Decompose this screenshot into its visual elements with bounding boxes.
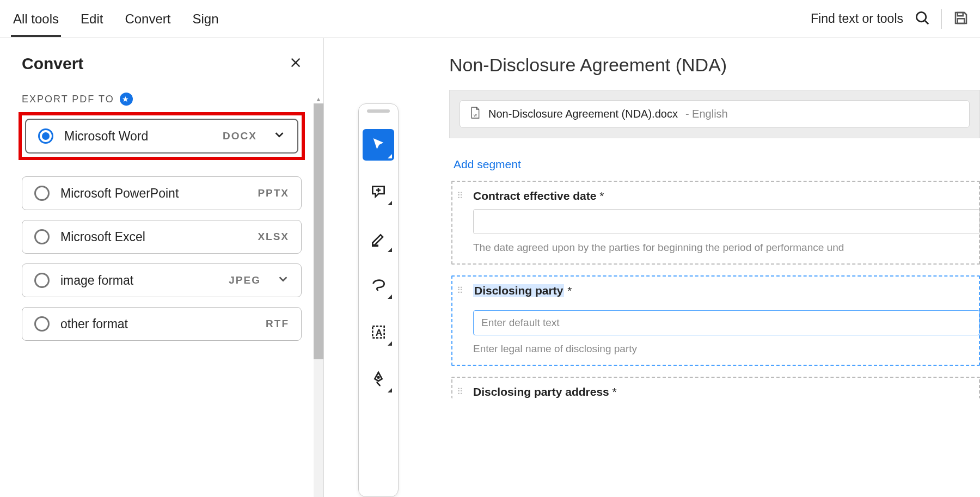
segment-input[interactable]: Enter default text: [473, 310, 980, 335]
radio-unselected-icon: [34, 273, 50, 288]
text-select-tool-button[interactable]: A: [363, 316, 394, 348]
top-toolbar-right: Find text or tools: [811, 9, 969, 29]
premium-star-icon: ★: [120, 93, 133, 106]
radio-unselected-icon: [34, 186, 50, 201]
segment-disclosing-party[interactable]: ⠿ Disclosing party * Enter default text …: [451, 275, 980, 366]
segment-label: Disclosing party: [473, 284, 564, 297]
find-text-label[interactable]: Find text or tools: [811, 11, 903, 26]
export-option-ext: JPEG: [229, 274, 261, 286]
svg-line-1: [925, 21, 928, 24]
segment-input[interactable]: [473, 209, 980, 234]
convert-panel: Convert EXPORT PDF TO ★ Microsoft Word D…: [0, 38, 324, 497]
export-option-ext: DOCX: [223, 130, 257, 142]
export-option-ext: PPTX: [258, 187, 289, 199]
save-icon[interactable]: [953, 10, 969, 28]
svg-point-0: [916, 12, 926, 22]
lasso-tool-button[interactable]: [363, 269, 394, 301]
svg-text:A: A: [376, 327, 383, 338]
radio-unselected-icon: [34, 316, 50, 332]
radio-unselected-icon: [34, 229, 50, 244]
segment-label: Disclosing party address *: [473, 385, 969, 398]
document-file-bar[interactable]: W Non-Disclosure Agreement (NDA).docx - …: [460, 100, 970, 128]
scrollbar-thumb[interactable]: [314, 103, 323, 359]
add-segment-link[interactable]: Add segment: [454, 158, 521, 171]
panel-scrollbar[interactable]: ▲: [314, 103, 323, 497]
word-file-icon: W: [470, 106, 481, 122]
main-layout: Convert EXPORT PDF TO ★ Microsoft Word D…: [0, 38, 980, 497]
convert-panel-header: Convert: [22, 54, 323, 73]
export-option-list: Microsoft Word DOCX Microsoft PowerPoint…: [22, 115, 302, 341]
vertical-tool-strip: A: [358, 103, 399, 497]
segment-contract-effective-date[interactable]: ⠿ Contract effective date * The date agr…: [451, 181, 980, 265]
toolbar-tab-convert[interactable]: Convert: [122, 3, 173, 35]
drag-grip-icon[interactable]: ⠿: [457, 191, 462, 201]
document-body: Add segment ⠿ Contract effective date * …: [449, 138, 980, 398]
comment-tool-button[interactable]: [363, 176, 394, 207]
convert-panel-title: Convert: [22, 54, 83, 73]
toolbar-divider: [941, 9, 942, 29]
cursor-tool-button[interactable]: [363, 129, 394, 161]
search-icon[interactable]: [914, 10, 930, 28]
top-toolbar-left: All tools Edit Convert Sign: [11, 3, 221, 35]
drag-grip-icon[interactable]: ⠿: [457, 285, 462, 296]
document-area: Non-Disclosure Agreement (NDA) W Non-Dis…: [433, 38, 980, 497]
svg-rect-2: [958, 13, 963, 16]
export-option-powerpoint[interactable]: Microsoft PowerPoint PPTX: [22, 176, 302, 210]
svg-point-11: [378, 377, 379, 378]
document-file-header: W Non-Disclosure Agreement (NDA).docx - …: [449, 90, 980, 138]
drag-handle-icon[interactable]: [367, 109, 390, 113]
export-option-ext: XLSX: [258, 231, 289, 243]
highlight-box: Microsoft Word DOCX: [19, 112, 305, 160]
export-option-label: Microsoft Excel: [60, 230, 247, 244]
segment-disclosing-party-address[interactable]: ⠿ Disclosing party address *: [451, 377, 980, 398]
document-title: Non-Disclosure Agreement (NDA): [449, 54, 980, 76]
export-option-other[interactable]: other format RTF: [22, 307, 302, 341]
close-icon[interactable]: [290, 57, 302, 71]
convert-panel-body: EXPORT PDF TO ★ Microsoft Word DOCX Micr…: [22, 93, 323, 341]
export-option-label: other format: [60, 317, 255, 332]
scrollbar-up-arrow-icon[interactable]: ▲: [314, 95, 323, 103]
document-filename: Non-Disclosure Agreement (NDA).docx: [488, 108, 678, 120]
radio-selected-icon: [38, 128, 53, 144]
vertical-tool-column: A: [324, 38, 433, 497]
segment-help-text: The date agreed upon by the parties for …: [473, 242, 969, 254]
document-language: - English: [685, 108, 728, 120]
toolbar-tab-sign[interactable]: Sign: [190, 3, 220, 35]
export-option-label: image format: [60, 273, 218, 288]
pen-tool-button[interactable]: [363, 363, 394, 395]
drag-grip-icon[interactable]: ⠿: [457, 386, 462, 397]
toolbar-tab-all-tools[interactable]: All tools: [11, 3, 61, 35]
export-option-excel[interactable]: Microsoft Excel XLSX: [22, 220, 302, 254]
segment-help-text: Enter legal name of disclosing party: [473, 343, 969, 355]
export-pdf-to-label: EXPORT PDF TO ★: [22, 93, 302, 106]
export-option-word[interactable]: Microsoft Word DOCX: [25, 119, 298, 154]
chevron-down-icon[interactable]: [273, 128, 285, 144]
export-option-label: Microsoft Word: [64, 129, 212, 144]
segment-label: Contract effective date *: [473, 189, 969, 203]
export-option-label: Microsoft PowerPoint: [60, 186, 247, 201]
export-option-image[interactable]: image format JPEG: [22, 263, 302, 297]
export-option-ext: RTF: [266, 318, 289, 330]
top-toolbar: All tools Edit Convert Sign Find text or…: [0, 0, 980, 38]
svg-text:W: W: [474, 113, 477, 117]
svg-rect-3: [958, 19, 965, 23]
highlight-tool-button[interactable]: [363, 223, 394, 254]
toolbar-tab-edit[interactable]: Edit: [78, 3, 105, 35]
chevron-down-icon[interactable]: [277, 273, 289, 288]
